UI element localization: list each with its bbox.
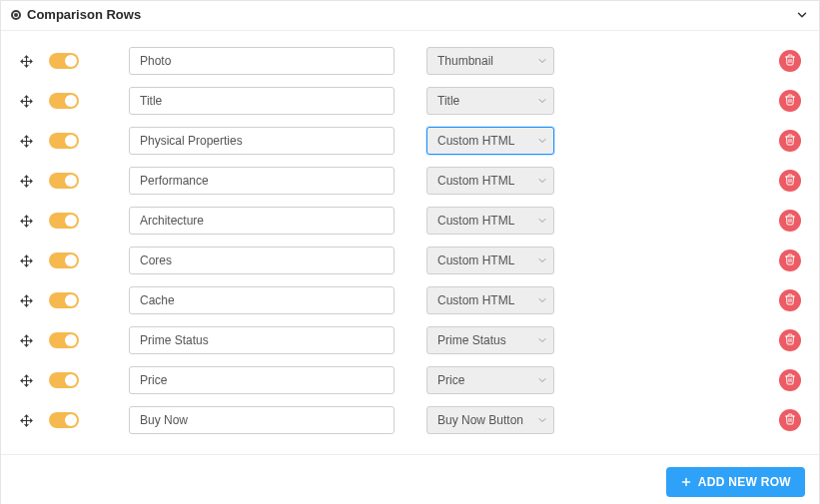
drag-handle-icon[interactable] [19,215,33,228]
row-label-input[interactable] [129,127,395,155]
row-type-select[interactable]: Custom HTML [426,207,554,235]
comparison-row: Prime Status [19,320,801,360]
drag-handle-icon[interactable] [19,135,33,148]
comparison-row: Custom HTML [19,121,801,161]
trash-icon [784,132,796,150]
row-type-value: Buy Now Button [437,413,523,427]
panel-title-wrap: Comparison Rows [11,7,141,22]
delete-row-button[interactable] [779,170,801,192]
panel-body: ThumbnailTitleCustom HTMLCustom HTMLCust… [1,31,819,454]
drag-handle-icon[interactable] [19,334,33,347]
row-type-select[interactable]: Price [426,366,554,394]
drag-handle-icon[interactable] [19,254,33,267]
row-type-value: Title [437,94,459,108]
row-type-select[interactable]: Prime Status [426,326,554,354]
add-new-row-button[interactable]: ADD NEW ROW [666,467,805,497]
trash-icon [784,252,796,269]
add-new-row-label: ADD NEW ROW [698,475,791,489]
drag-handle-icon[interactable] [19,175,33,188]
trash-icon [784,371,796,389]
delete-row-button[interactable] [779,50,801,72]
trash-icon [784,172,796,190]
comparison-row: Custom HTML [19,161,801,201]
row-type-select[interactable]: Title [426,87,554,115]
row-type-value: Custom HTML [437,134,514,148]
row-label-input[interactable] [129,406,395,434]
panel-footer: ADD NEW ROW [1,454,819,504]
row-label-input[interactable] [129,47,395,75]
row-type-value: Custom HTML [437,253,514,267]
row-type-select[interactable]: Custom HTML [426,127,554,155]
delete-row-button[interactable] [779,90,801,112]
row-type-value: Custom HTML [437,214,514,228]
row-label-input[interactable] [129,326,395,354]
comparison-rows-panel: Comparison Rows ThumbnailTitleCustom HTM… [0,0,820,504]
drag-handle-icon[interactable] [19,294,33,307]
enable-toggle[interactable] [49,173,79,189]
enable-toggle[interactable] [49,93,79,109]
row-type-value: Prime Status [437,333,506,347]
row-type-value: Thumbnail [437,54,493,68]
row-label-input[interactable] [129,247,395,274]
row-type-value: Custom HTML [437,174,514,188]
enable-toggle[interactable] [49,372,79,388]
enable-toggle[interactable] [49,332,79,348]
row-label-input[interactable] [129,366,395,394]
row-type-select[interactable]: Custom HTML [426,247,554,274]
drag-handle-icon[interactable] [19,55,33,68]
row-type-value: Price [437,373,464,387]
collapse-toggle[interactable] [795,8,809,22]
target-icon [11,10,21,20]
comparison-row: Custom HTML [19,241,801,280]
comparison-row: Price [19,360,801,400]
enable-toggle[interactable] [49,53,79,69]
row-label-input[interactable] [129,286,395,314]
comparison-row: Thumbnail [19,41,801,81]
row-type-value: Custom HTML [437,293,514,307]
trash-icon [784,291,796,309]
trash-icon [784,212,796,230]
row-label-input[interactable] [129,87,395,115]
delete-row-button[interactable] [779,250,801,271]
enable-toggle[interactable] [49,133,79,149]
plus-icon [680,476,692,488]
enable-toggle[interactable] [49,292,79,308]
delete-row-button[interactable] [779,409,801,431]
drag-handle-icon[interactable] [19,414,33,427]
comparison-row: Custom HTML [19,280,801,320]
delete-row-button[interactable] [779,130,801,152]
row-type-select[interactable]: Custom HTML [426,167,554,195]
delete-row-button[interactable] [779,369,801,391]
trash-icon [784,411,796,429]
row-type-select[interactable]: Custom HTML [426,286,554,314]
enable-toggle[interactable] [49,252,79,268]
drag-handle-icon[interactable] [19,374,33,387]
drag-handle-icon[interactable] [19,95,33,108]
comparison-row: Buy Now Button [19,400,801,440]
panel-header: Comparison Rows [1,1,819,31]
comparison-row: Title [19,81,801,121]
row-type-select[interactable]: Buy Now Button [426,406,554,434]
row-label-input[interactable] [129,207,395,235]
trash-icon [784,92,796,110]
row-type-select[interactable]: Thumbnail [426,47,554,75]
delete-row-button[interactable] [779,210,801,232]
enable-toggle[interactable] [49,213,79,229]
enable-toggle[interactable] [49,412,79,428]
trash-icon [784,331,796,349]
delete-row-button[interactable] [779,289,801,311]
delete-row-button[interactable] [779,329,801,351]
comparison-row: Custom HTML [19,201,801,241]
panel-title: Comparison Rows [27,7,141,22]
trash-icon [784,52,796,70]
row-label-input[interactable] [129,167,395,195]
